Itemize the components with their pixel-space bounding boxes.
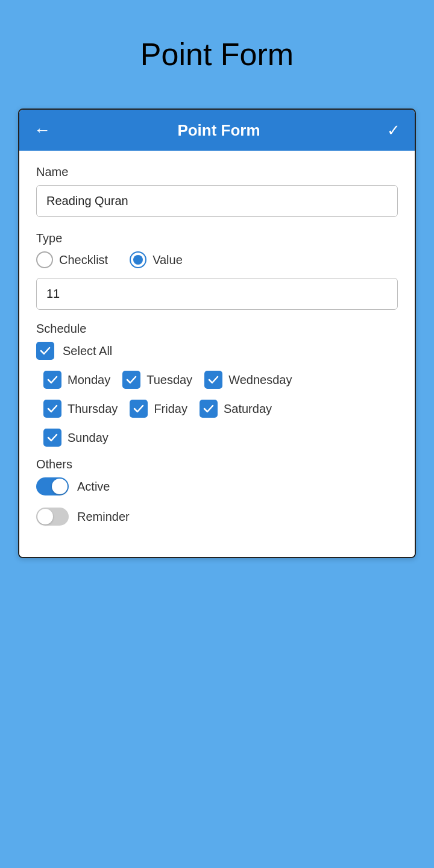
active-toggle-row: Active	[36, 477, 398, 495]
checkmark-icon	[40, 345, 51, 356]
type-value-option[interactable]: Value	[130, 251, 183, 268]
reminder-toggle-row: Reminder	[36, 508, 398, 526]
active-label: Active	[77, 480, 110, 494]
confirm-button[interactable]: ✓	[387, 121, 400, 140]
wednesday-checkmark-icon	[208, 374, 219, 385]
back-button[interactable]: ←	[34, 121, 51, 140]
thursday-checkmark-icon	[47, 403, 58, 414]
reminder-toggle-thumb	[37, 509, 53, 524]
thursday-item: Thursday	[43, 400, 118, 418]
monday-checkbox[interactable]	[43, 371, 61, 389]
checklist-radio[interactable]	[36, 251, 53, 268]
days-row-3: Sunday	[43, 429, 398, 447]
select-all-checkbox[interactable]	[36, 342, 54, 360]
friday-checkmark-icon	[133, 403, 144, 414]
page-title: Point Form	[140, 36, 294, 72]
active-toggle[interactable]	[36, 477, 69, 495]
value-radio[interactable]	[130, 251, 146, 268]
friday-item: Friday	[130, 400, 187, 418]
radio-selected-indicator	[133, 255, 143, 265]
tuesday-item: Tuesday	[122, 371, 192, 389]
tuesday-checkbox[interactable]	[122, 371, 140, 389]
active-toggle-thumb	[52, 479, 68, 494]
value-label: Value	[153, 253, 183, 267]
thursday-checkbox[interactable]	[43, 400, 61, 418]
wednesday-item: Wednesday	[204, 371, 292, 389]
name-label: Name	[36, 165, 398, 179]
wednesday-checkbox[interactable]	[204, 371, 222, 389]
sunday-checkmark-icon	[47, 432, 58, 443]
type-radio-group: Checklist Value	[36, 251, 398, 268]
thursday-label: Thursday	[68, 402, 118, 416]
others-label: Others	[36, 458, 398, 471]
saturday-item: Saturday	[200, 400, 272, 418]
sunday-checkbox[interactable]	[43, 429, 61, 447]
value-input[interactable]	[36, 278, 398, 310]
days-row-2: Thursday Friday Sa	[43, 400, 398, 418]
saturday-label: Saturday	[224, 402, 272, 416]
monday-item: Monday	[43, 371, 110, 389]
others-section: Active Reminder	[36, 477, 398, 526]
tuesday-checkmark-icon	[126, 374, 137, 385]
card-header: ← Point Form ✓	[19, 110, 415, 151]
name-input[interactable]	[36, 185, 398, 217]
days-row-1: Monday Tuesday Wed	[43, 371, 398, 389]
type-checklist-option[interactable]: Checklist	[36, 251, 108, 268]
header-title: Point Form	[177, 121, 260, 140]
saturday-checkmark-icon	[203, 403, 214, 414]
form-card: ← Point Form ✓ Name Type Checklist Value…	[18, 108, 416, 558]
type-label: Type	[36, 231, 398, 245]
select-all-label: Select All	[63, 344, 112, 358]
friday-checkbox[interactable]	[130, 400, 148, 418]
tuesday-label: Tuesday	[146, 373, 192, 387]
schedule-section: Select All Monday	[36, 342, 398, 447]
card-body: Name Type Checklist Value Schedule	[19, 151, 415, 557]
sunday-label: Sunday	[68, 431, 108, 445]
wednesday-label: Wednesday	[228, 373, 292, 387]
monday-label: Monday	[68, 373, 110, 387]
select-all-row: Select All	[36, 342, 398, 360]
schedule-label: Schedule	[36, 322, 398, 336]
monday-checkmark-icon	[47, 374, 58, 385]
reminder-toggle[interactable]	[36, 508, 69, 526]
reminder-label: Reminder	[77, 510, 130, 524]
checklist-label: Checklist	[59, 253, 108, 267]
friday-label: Friday	[154, 402, 187, 416]
sunday-item: Sunday	[43, 429, 108, 447]
saturday-checkbox[interactable]	[200, 400, 218, 418]
